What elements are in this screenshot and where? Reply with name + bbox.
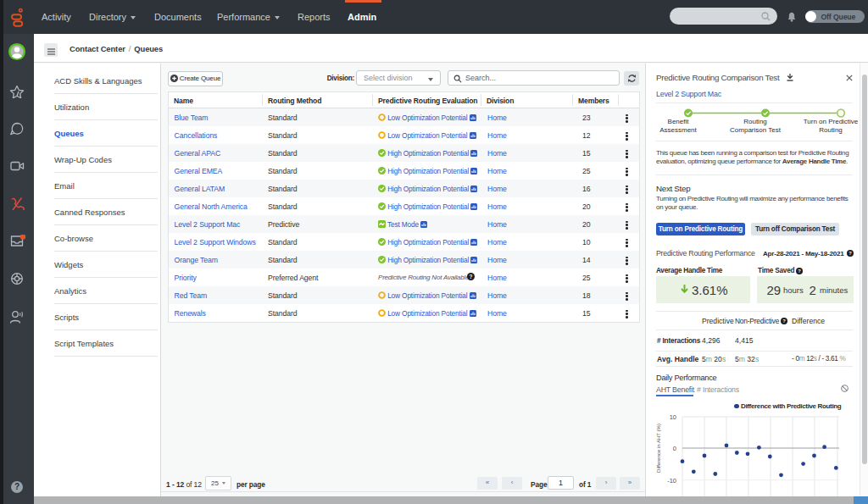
svg-text:0: 0 [673, 445, 676, 452]
svg-text:?: ? [798, 269, 801, 274]
svg-text:?: ? [849, 251, 852, 256]
svg-text:10: 10 [670, 413, 676, 421]
svg-text:?: ? [782, 318, 786, 324]
svg-text:-10: -10 [667, 477, 676, 485]
svg-text:Difference in AHT (%): Difference in AHT (%) [656, 424, 661, 473]
svg-text:?: ? [470, 274, 473, 280]
svg-text:?: ? [14, 482, 19, 491]
